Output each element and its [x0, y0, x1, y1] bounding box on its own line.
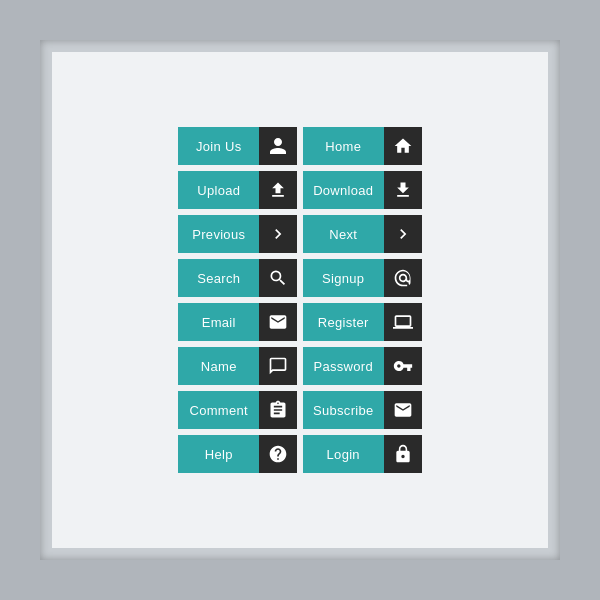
subscribe-label: Subscribe — [303, 391, 384, 429]
lock-icon — [384, 435, 422, 473]
email-label: Email — [178, 303, 259, 341]
password-label: Password — [303, 347, 384, 385]
search-label: Search — [178, 259, 259, 297]
email-icon — [259, 303, 297, 341]
upload-label: Upload — [178, 171, 259, 209]
register-button[interactable]: Register — [303, 303, 422, 341]
signup-button[interactable]: Signup — [303, 259, 422, 297]
inner-frame: Join Us Home Upload Download Previous Ne… — [52, 52, 548, 548]
chevron-icon — [384, 215, 422, 253]
at-icon — [384, 259, 422, 297]
search-button[interactable]: Search — [178, 259, 297, 297]
subscribe-button[interactable]: Subscribe — [303, 391, 422, 429]
comment-icon — [259, 347, 297, 385]
download-button[interactable]: Download — [303, 171, 422, 209]
help-label: Help — [178, 435, 259, 473]
key-icon — [384, 347, 422, 385]
join-us-button[interactable]: Join Us — [178, 127, 297, 165]
download-label: Download — [303, 171, 384, 209]
login-button[interactable]: Login — [303, 435, 422, 473]
download-icon — [384, 171, 422, 209]
signup-label: Signup — [303, 259, 384, 297]
login-label: Login — [303, 435, 384, 473]
previous-button[interactable]: Previous — [178, 215, 297, 253]
person-icon — [259, 127, 297, 165]
name-button[interactable]: Name — [178, 347, 297, 385]
chevron-icon — [259, 215, 297, 253]
comment-button[interactable]: Comment — [178, 391, 297, 429]
name-label: Name — [178, 347, 259, 385]
help-button[interactable]: Help — [178, 435, 297, 473]
password-button[interactable]: Password — [303, 347, 422, 385]
help-icon — [259, 435, 297, 473]
email-button[interactable]: Email — [178, 303, 297, 341]
comment-label: Comment — [178, 391, 259, 429]
next-button[interactable]: Next — [303, 215, 422, 253]
notepad-icon — [259, 391, 297, 429]
next-label: Next — [303, 215, 384, 253]
register-label: Register — [303, 303, 384, 341]
previous-label: Previous — [178, 215, 259, 253]
upload-icon — [259, 171, 297, 209]
outer-frame: Join Us Home Upload Download Previous Ne… — [40, 40, 560, 560]
home-label: Home — [303, 127, 384, 165]
button-grid: Join Us Home Upload Download Previous Ne… — [158, 107, 441, 493]
laptop-icon — [384, 303, 422, 341]
home-icon — [384, 127, 422, 165]
home-button[interactable]: Home — [303, 127, 422, 165]
join us-label: Join Us — [178, 127, 259, 165]
search-icon — [259, 259, 297, 297]
subscribe-icon — [384, 391, 422, 429]
upload-button[interactable]: Upload — [178, 171, 297, 209]
